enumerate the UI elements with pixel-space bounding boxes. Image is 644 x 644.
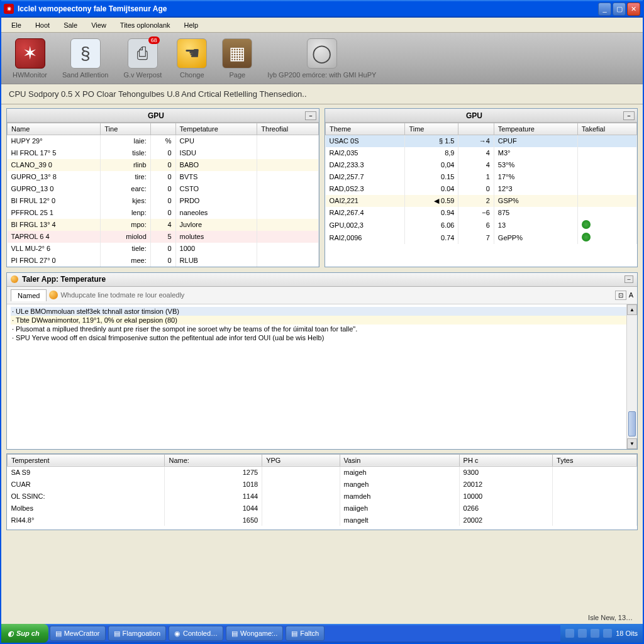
col-header[interactable]: Tine — [101, 123, 150, 135]
log-title: Taler App: Temperature — [22, 275, 106, 284]
taskbar-item[interactable]: ▤Faltch — [286, 626, 325, 641]
col-header[interactable] — [150, 123, 175, 135]
table-row[interactable]: DAI2,257.70.15117°% — [326, 171, 637, 183]
cell: OAI2,221 — [326, 195, 405, 207]
table-row[interactable]: DAI2,233.30,04453°% — [326, 159, 637, 171]
table-row[interactable]: RAD,0S2.30.04012°3 — [326, 183, 637, 195]
tray-icon[interactable] — [565, 629, 574, 638]
cell — [262, 502, 340, 514]
toolbar-icon: ▦ — [222, 38, 252, 69]
table-row[interactable]: CUAR1018mangeh20012 — [8, 478, 637, 490]
col-header[interactable]: Temperstent — [8, 454, 165, 466]
cell — [577, 231, 636, 244]
taskbar-item[interactable]: ▤Wongame:.. — [226, 626, 283, 641]
cell: maiigeh — [340, 502, 459, 514]
table-row[interactable]: VLL MU-2° 6tiele:01000 — [8, 243, 319, 255]
col-header[interactable]: Name — [8, 123, 101, 135]
table-row[interactable]: OAI2,221◀ 0.592GSP% — [326, 195, 637, 207]
cell: kjes: — [101, 195, 150, 207]
col-header[interactable]: Threofial — [257, 123, 319, 135]
col-header[interactable] — [458, 123, 494, 135]
menu-view[interactable]: View — [85, 19, 113, 31]
bottom-grid[interactable]: TemperstentName:YPGVasinPH cTytesSA S912… — [7, 454, 637, 526]
log-line[interactable]: · Plusomat a mipllued thredinly aunt pre… — [11, 325, 633, 333]
maximize-button[interactable]: ▢ — [613, 3, 626, 16]
col-header[interactable]: Theme — [326, 123, 405, 135]
menu-tites oplonolank[interactable]: Tites oplonolank — [114, 19, 177, 31]
toolbar-hwmonitor[interactable]: ✶HWMonitor — [8, 36, 52, 81]
left-panel-collapse[interactable]: – — [305, 111, 316, 120]
table-row[interactable]: BI FRGL 13° 4mpo:4Juvlore — [8, 219, 319, 231]
col-header[interactable]: PH c — [459, 454, 552, 466]
log-scrollbar[interactable]: ▲▼ — [626, 304, 637, 449]
menu-ele[interactable]: Ele — [5, 19, 28, 31]
log-line[interactable]: · SPU Yerve wood off en dsical frimposen… — [11, 333, 633, 342]
table-row[interactable]: PI FROL 27° 0mee:0RLUB — [8, 255, 319, 267]
log-collapse[interactable]: – — [625, 275, 633, 283]
log-body[interactable]: · ULe BMOmmoluan stelf3ek tchnall astor … — [7, 304, 637, 449]
log-end-a[interactable]: A — [629, 291, 633, 299]
cell: 1018 — [165, 478, 262, 490]
table-row[interactable]: RAI2,0358,94M3° — [326, 147, 637, 159]
col-header[interactable]: Vasin — [340, 454, 459, 466]
log-line[interactable]: · ULe BMOmmoluan stelf3ek tchnall astor … — [11, 307, 633, 316]
minimize-button[interactable]: _ — [598, 3, 611, 16]
table-row[interactable]: GUPRO_13 0earc:0CSTO — [8, 183, 319, 195]
menu-sale[interactable]: Sale — [57, 19, 84, 31]
table-row[interactable]: RAI2,267.40.94−6875 — [326, 207, 637, 219]
right-panel-collapse[interactable]: – — [623, 111, 635, 120]
right-grid[interactable]: ThemeTimeTempeatureTakefialUSAC 0S§ 1.5→… — [325, 123, 637, 244]
table-row[interactable]: BI FRUL 12° 0kjes:0PRDO — [8, 195, 319, 207]
taskbar: ◐ Sup ch ▤MewCrattor▤Flamgoation◉Contole… — [1, 624, 643, 643]
log-toggle[interactable]: ⊡ — [615, 291, 626, 300]
cell: M3° — [494, 147, 577, 159]
col-header[interactable]: Tempeature — [494, 123, 577, 135]
tray-icon[interactable] — [603, 629, 612, 638]
toolbar-g-v-werpost[interactable]: ⎙68G.v Werpost — [118, 36, 167, 81]
taskbar-item[interactable]: ▤MewCrattor — [50, 626, 106, 641]
cell: CPU — [175, 135, 257, 147]
toolbar-sand-atllention[interactable]: §Sand Atllention — [57, 36, 113, 81]
table-row[interactable]: GUPRO_13° 8tire:0BVTS — [8, 171, 319, 183]
col-header[interactable]: Tytes — [553, 454, 637, 466]
table-row[interactable]: TAPROL 6 4miolod5molutes — [8, 231, 319, 243]
col-header[interactable]: YPG — [262, 454, 340, 466]
bottom-grid-wrap[interactable]: TemperstentName:YPGVasinPH cTytesSA S912… — [6, 453, 638, 530]
cell: 20012 — [459, 478, 552, 490]
system-tray[interactable]: 18 Oits — [560, 624, 643, 643]
taskbar-item[interactable]: ◉Contoled… — [169, 626, 223, 641]
table-row[interactable]: HUPY 29°laie:%CPU — [8, 135, 319, 147]
start-button[interactable]: ◐ Sup ch — [1, 624, 48, 643]
table-row[interactable]: USAC 0S§ 1.5→4CPUF — [326, 135, 637, 147]
toolbar-iyb-gp200-em-rce-with-gmi-hupy[interactable]: ◯Iyb GP200 emórce: with GMI HuPY — [262, 36, 381, 81]
left-grid[interactable]: NameTineTempetatureThreofialHUPY 29°laie… — [7, 123, 319, 267]
close-button[interactable]: ✕ — [627, 3, 640, 16]
table-row[interactable]: PFFROL 25 1lenp:0naneoles — [8, 207, 319, 219]
log-tab-named[interactable]: Named — [11, 289, 47, 301]
col-header[interactable]: Tempetature — [175, 123, 257, 135]
task-icon: ▤ — [231, 630, 238, 638]
table-row[interactable]: SA S91275maigeh9300 — [8, 466, 637, 478]
col-header[interactable]: Takefial — [577, 123, 636, 135]
table-row[interactable]: RAI2,00960.747GePP% — [326, 231, 637, 244]
start-icon: ◐ — [8, 630, 14, 638]
table-row[interactable]: Molbes1044maiigeh0266 — [8, 502, 637, 514]
col-header[interactable]: Time — [405, 123, 458, 135]
cell: 1144 — [165, 490, 262, 502]
tray-icon[interactable] — [591, 629, 599, 638]
toolbar-chonge[interactable]: ☚Chonge — [172, 36, 212, 81]
log-line[interactable]: · Tbte DWwanimontor, 119°1, 0% or ekal p… — [11, 316, 633, 325]
cell — [577, 147, 636, 159]
table-row[interactable]: HI FROL 17° 5tisle:0ISDU — [8, 147, 319, 159]
table-row[interactable]: OL SSINC:1144mamdeh10000 — [8, 490, 637, 502]
table-row[interactable]: GPU,002,36.06613 — [326, 219, 637, 231]
col-header[interactable]: Name: — [165, 454, 262, 466]
menu-help[interactable]: Help — [178, 19, 205, 31]
toolbar-page[interactable]: ▦Page — [217, 36, 257, 81]
table-row[interactable]: RI44.8°1650mangelt20002 — [8, 514, 637, 526]
table-row[interactable]: CLANO_39 0rlinb0BABO — [8, 159, 319, 171]
menu-hoot[interactable]: Hoot — [29, 19, 56, 31]
taskbar-item[interactable]: ▤Flamgoation — [108, 626, 167, 641]
tray-clock: 18 Oits — [616, 630, 638, 637]
tray-icon[interactable] — [578, 629, 587, 638]
